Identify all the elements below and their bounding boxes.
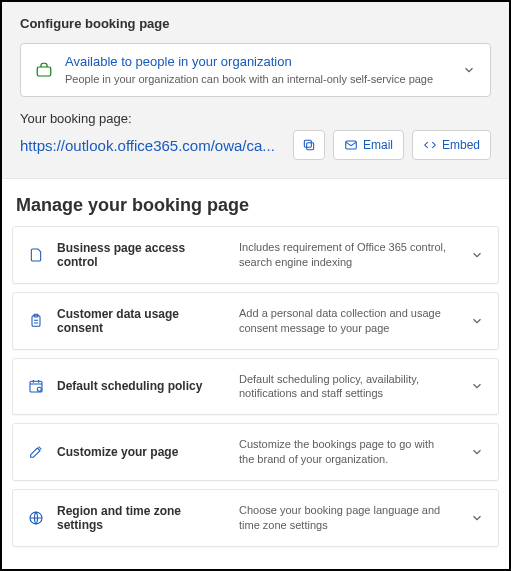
booking-url-row: https://outlook.office365.com/owa/ca... … — [20, 130, 491, 160]
chevron-down-icon — [462, 63, 476, 77]
booking-url-link[interactable]: https://outlook.office365.com/owa/ca... — [20, 137, 285, 154]
chevron-down-icon — [470, 379, 484, 393]
setting-desc: Customize the bookings page to go with t… — [239, 437, 458, 467]
setting-title: Customer data usage consent — [57, 307, 227, 335]
chevron-down-icon — [470, 248, 484, 262]
globe-icon — [27, 510, 45, 526]
setting-desc: Includes requirement of Office 365 contr… — [239, 240, 458, 270]
setting-desc: Choose your booking page language and ti… — [239, 503, 458, 533]
svg-rect-2 — [304, 141, 311, 148]
setting-business-access-control[interactable]: Business page access control Includes re… — [12, 226, 499, 284]
mail-icon — [344, 138, 358, 152]
setting-region-timezone[interactable]: Region and time zone settings Choose you… — [12, 489, 499, 547]
svg-rect-6 — [30, 382, 42, 393]
svg-point-7 — [37, 388, 41, 392]
manage-title: Manage your booking page — [2, 179, 509, 226]
setting-customize-page[interactable]: Customize your page Customize the bookin… — [12, 423, 499, 481]
copy-button[interactable] — [293, 130, 325, 160]
configure-section: Configure booking page Available to peop… — [2, 2, 509, 179]
briefcase-icon — [35, 61, 53, 79]
setting-customer-consent[interactable]: Customer data usage consent Add a person… — [12, 292, 499, 350]
availability-subtitle: People in your organization can book wit… — [65, 72, 450, 86]
setting-scheduling-policy[interactable]: Default scheduling policy Default schedu… — [12, 358, 499, 416]
svg-rect-1 — [307, 143, 314, 150]
embed-button-label: Embed — [442, 138, 480, 152]
setting-desc: Default scheduling policy, availability,… — [239, 372, 458, 402]
clipboard-icon — [27, 313, 45, 329]
settings-list: Business page access control Includes re… — [2, 226, 509, 556]
booking-url-label: Your booking page: — [20, 111, 491, 126]
availability-selector[interactable]: Available to people in your organization… — [20, 43, 491, 97]
availability-text: Available to people in your organization… — [65, 54, 450, 86]
code-icon — [423, 138, 437, 152]
paint-icon — [27, 444, 45, 460]
email-button-label: Email — [363, 138, 393, 152]
setting-desc: Add a personal data collection and usage… — [239, 306, 458, 336]
svg-rect-0 — [37, 67, 51, 76]
chevron-down-icon — [470, 314, 484, 328]
configure-title: Configure booking page — [20, 16, 491, 31]
page-lock-icon — [27, 247, 45, 263]
setting-title: Default scheduling policy — [57, 379, 227, 393]
email-button[interactable]: Email — [333, 130, 404, 160]
embed-button[interactable]: Embed — [412, 130, 491, 160]
availability-title: Available to people in your organization — [65, 54, 450, 71]
chevron-down-icon — [470, 445, 484, 459]
setting-title: Region and time zone settings — [57, 504, 227, 532]
calendar-gear-icon — [27, 378, 45, 394]
copy-icon — [302, 138, 316, 152]
setting-title: Business page access control — [57, 241, 227, 269]
setting-title: Customize your page — [57, 445, 227, 459]
chevron-down-icon — [470, 511, 484, 525]
